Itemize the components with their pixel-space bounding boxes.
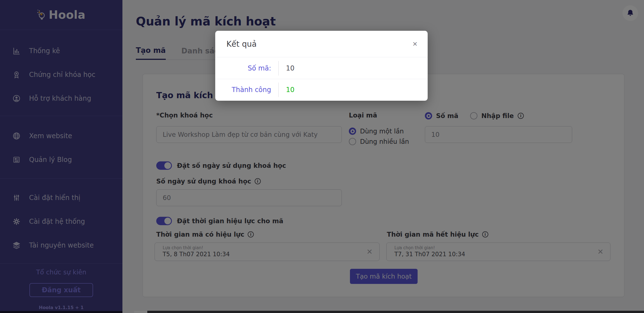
modal-row-label: Thành công	[215, 86, 271, 94]
modal-title: Kết quả	[226, 39, 411, 49]
modal-header: Kết quả ✕	[215, 31, 428, 57]
screen: Hoola Thống kê	[0, 0, 644, 313]
close-icon[interactable]: ✕	[411, 39, 419, 49]
vertical-divider	[278, 83, 279, 97]
modal-row-so-ma: Số mã: 10	[215, 57, 428, 79]
modal-row-thanh-cong: Thành công 10	[215, 79, 428, 100]
modal-row-label: Số mã:	[215, 64, 271, 72]
modal-row-value: 10	[286, 86, 295, 94]
result-modal: Kết quả ✕ Số mã: 10 Thành công 10	[215, 31, 428, 101]
modal-row-value: 10	[286, 64, 295, 72]
vertical-divider	[278, 61, 279, 76]
